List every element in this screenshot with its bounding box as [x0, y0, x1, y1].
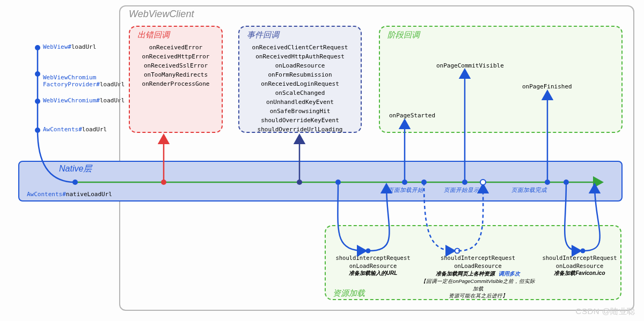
webviewclient-title: WebViewClient: [129, 9, 194, 20]
chain-step-3: AwContents#loadUrl: [43, 126, 107, 133]
stage-onpagestarted: onPageStarted: [389, 112, 435, 119]
error-callback-list: onReceivedErroronReceivedHttpErroronRece…: [137, 43, 214, 88]
resource-col-2: shouldInterceptRequest onLoadResource 准备…: [539, 254, 620, 277]
native-layer-title: Native层: [59, 163, 92, 175]
stage-onpagecommitvisible: onPageCommitVisible: [436, 62, 504, 69]
chain-dot: [35, 71, 40, 77]
timeline-label-show: 页面开始显示: [444, 186, 479, 194]
error-callback-box: 出错回调 onReceivedErroronReceivedHttpErroro…: [129, 26, 223, 133]
event-callback-title: 事件回调: [247, 30, 279, 40]
timeline-label-start: 页面加载开始: [388, 186, 423, 194]
stage-callback-title: 阶段回调: [387, 30, 420, 40]
event-callback-list: onReceivedClientCertRequestonReceivedHtt…: [247, 43, 353, 134]
chain-dot: [35, 128, 40, 133]
resource-loading-title: 资源加载: [333, 288, 365, 298]
event-callback-box: 事件回调 onReceivedClientCertRequestonReceiv…: [238, 26, 362, 133]
chain-dot: [35, 99, 40, 104]
native-call-label: AwContents#nativeLoadUrl: [27, 191, 112, 198]
watermark: CSDN @陆业聪: [576, 307, 635, 317]
chain-dot: [35, 45, 40, 50]
chain-step-1: WebViewChromium FactoryProvider#loadUrl: [43, 67, 125, 88]
error-callback-title: 出错回调: [137, 30, 170, 40]
resource-col-1: shouldInterceptRequest onLoadResource 准备…: [420, 254, 536, 299]
stage-onpagefinished: onPageFinished: [522, 83, 572, 90]
chain-step-2: WebViewChromium#loadUrl: [43, 97, 125, 104]
chain-step-0: WebView#loadUrl: [43, 43, 96, 50]
resource-col-0: shouldInterceptRequest onLoadResource 准备…: [333, 254, 413, 277]
timeline-label-done: 页面加载完成: [511, 186, 547, 194]
